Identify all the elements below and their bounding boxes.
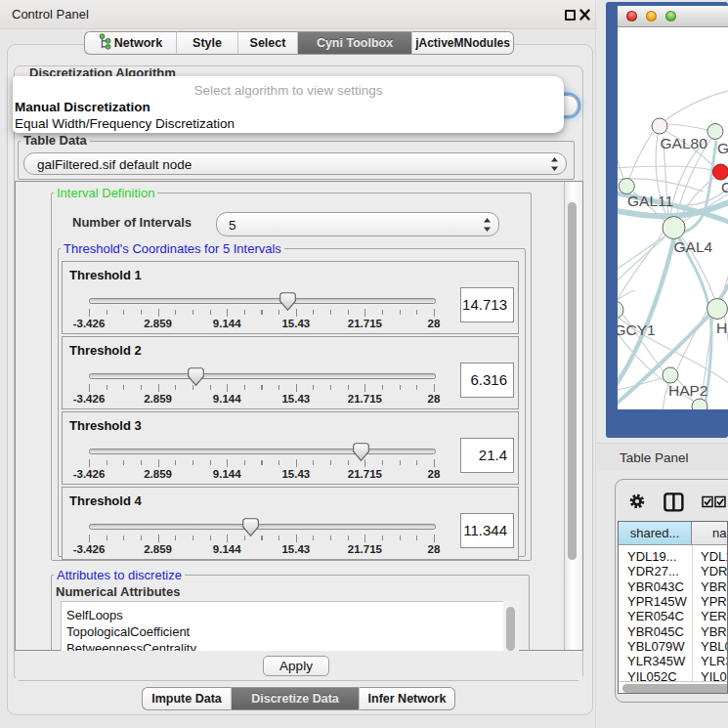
svg-text:GCY1: GCY1 <box>618 321 656 338</box>
svg-text:H: H <box>716 320 727 336</box>
svg-text:C: C <box>721 179 728 195</box>
svg-text:GAL4: GAL4 <box>674 238 713 255</box>
svg-text:GAL80: GAL80 <box>661 135 708 151</box>
svg-text:GAL1: GAL1 <box>717 140 728 156</box>
svg-text:HAP2: HAP2 <box>668 382 708 399</box>
svg-text:GAL11: GAL11 <box>627 193 673 209</box>
